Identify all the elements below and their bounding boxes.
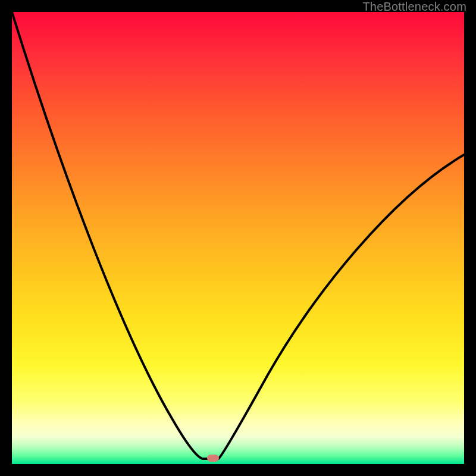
- watermark-text: TheBottleneck.com: [362, 0, 466, 14]
- optimal-marker: [207, 455, 219, 462]
- chart-frame: TheBottleneck.com: [0, 0, 476, 476]
- bottleneck-curve: [12, 12, 464, 459]
- curve-svg: [12, 12, 464, 464]
